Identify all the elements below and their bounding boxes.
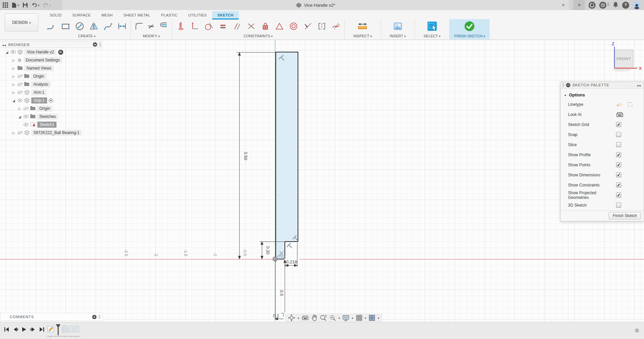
redo-button[interactable]: [43, 3, 51, 7]
measure-tool-icon[interactable]: [357, 21, 368, 31]
dimension-text-overall-height[interactable]: 3.50: [243, 152, 248, 160]
look-at-icon[interactable]: [616, 112, 623, 118]
chevron-down-icon[interactable]: [365, 315, 367, 320]
grid-display-icon[interactable]: [356, 314, 363, 321]
expand-closed-icon[interactable]: [11, 74, 16, 79]
line-tool-icon[interactable]: [46, 21, 56, 31]
orbit-icon[interactable]: [288, 314, 295, 322]
tree-item-label[interactable]: 5972K222_Ball Bearing:1: [31, 130, 82, 136]
extensions-icon[interactable]: [589, 2, 596, 9]
skip-to-end-icon[interactable]: [39, 327, 44, 332]
sketch-profile[interactable]: [276, 52, 298, 259]
undo-button[interactable]: [31, 3, 40, 7]
minimize-panel-icon[interactable]: [566, 83, 570, 87]
show-profile-checkbox[interactable]: [616, 152, 621, 157]
rectangle-tool-icon[interactable]: [61, 21, 71, 31]
play-icon[interactable]: [22, 327, 27, 332]
tab-sketch[interactable]: SKETCH: [212, 11, 239, 19]
tab-sheet-metal[interactable]: SHEET METAL: [118, 11, 156, 19]
spline-tool-icon[interactable]: [103, 21, 113, 31]
view-cube[interactable]: FRONT Z X: [610, 41, 644, 73]
tree-row-sketch1[interactable]: Sketch1: [0, 121, 103, 129]
midpoint-constraint-icon[interactable]: [303, 21, 313, 31]
tab-surface[interactable]: SURFACE: [67, 11, 96, 19]
panel-drag-handle[interactable]: [100, 43, 101, 47]
pan-hand-icon[interactable]: [311, 314, 317, 321]
expand-closed-icon[interactable]: [11, 66, 16, 71]
comments-bar[interactable]: COMMENTS: [0, 313, 103, 321]
timeline-feature-revolve[interactable]: [68, 326, 73, 338]
expand-closed-icon[interactable]: [11, 130, 16, 135]
dimension-text-step-height[interactable]: 0.30: [265, 246, 270, 254]
close-tab-icon[interactable]: [560, 2, 566, 8]
insert-image-icon[interactable]: [393, 21, 403, 31]
tree-item-label[interactable]: Origin: [37, 105, 52, 112]
display-settings-icon[interactable]: [342, 315, 349, 321]
tree-item-label[interactable]: Arm:1: [31, 89, 47, 95]
circle-tool-icon[interactable]: [75, 21, 85, 31]
timeline-sketch-feature[interactable]: [48, 326, 53, 338]
horizontal-vertical-constraint-icon[interactable]: [190, 21, 200, 31]
options-section-header[interactable]: Options: [561, 91, 644, 99]
tab-mesh[interactable]: MESH: [96, 11, 118, 19]
tab-plastic[interactable]: PLASTIC: [156, 11, 183, 19]
save-button[interactable]: [23, 2, 28, 8]
timeline-position-marker[interactable]: [56, 324, 61, 335]
step-forward-icon[interactable]: [30, 327, 36, 332]
offset-tool-icon[interactable]: [158, 21, 168, 31]
construction-linetype-icon[interactable]: [616, 101, 623, 108]
visibility-eye-off-icon[interactable]: [24, 107, 29, 110]
panel-drag-handle[interactable]: [99, 315, 100, 319]
new-tab-button[interactable]: [573, 0, 585, 10]
show-projected-geometries-checkbox[interactable]: [616, 193, 621, 198]
tree-row-ball-bearing[interactable]: 5972K222_Ball Bearing:1: [0, 129, 103, 137]
document-tab[interactable]: Vice Handle v2*: [62, 0, 569, 10]
symmetry-triangle-constraint-icon[interactable]: [274, 21, 285, 31]
viewports-icon[interactable]: [369, 314, 375, 321]
skip-to-start-icon[interactable]: [4, 327, 9, 332]
3d-sketch-checkbox[interactable]: [616, 203, 621, 208]
tree-item-label[interactable]: Named Views: [24, 65, 54, 71]
concentric-constraint-icon[interactable]: [289, 21, 299, 31]
snap-checkbox[interactable]: [616, 132, 621, 137]
chevron-down-icon[interactable]: [352, 315, 353, 320]
dimension-text-lower-segment[interactable]: 0.5: [279, 290, 284, 296]
tab-solid[interactable]: SOLID: [44, 11, 67, 19]
parallel-constraint-icon[interactable]: [232, 21, 242, 31]
visibility-eye-off-icon[interactable]: [17, 75, 23, 78]
workspace-selector[interactable]: DESIGN: [5, 13, 38, 32]
tree-row-analysis[interactable]: Analysis: [0, 80, 103, 88]
help-icon[interactable]: [622, 2, 629, 9]
create-dropdown[interactable]: CREATE: [78, 34, 95, 38]
lock-constraint-icon[interactable]: [260, 21, 270, 31]
tree-row-grip[interactable]: Grip:1: [0, 96, 103, 104]
trim-tool-icon[interactable]: [148, 22, 155, 31]
projected-linetype-icon[interactable]: [627, 101, 634, 108]
expand-open-icon[interactable]: [17, 114, 22, 119]
collinear-constraint-icon[interactable]: [317, 21, 327, 31]
zoom-fit-icon[interactable]: [329, 314, 336, 321]
dimension-text-notch-width[interactable]: 0.218: [286, 259, 297, 264]
app-launcher-icon[interactable]: [3, 2, 8, 8]
tree-row-sketches[interactable]: Sketches: [0, 113, 103, 121]
file-menu-button[interactable]: [12, 2, 19, 8]
tree-item-label[interactable]: Vice Handle v2: [25, 49, 56, 55]
tree-item-label[interactable]: Grip:1: [31, 97, 47, 103]
finish-sketch-check-icon[interactable]: [464, 20, 475, 32]
visibility-eye-icon[interactable]: [17, 99, 23, 102]
chevron-down-icon[interactable]: [298, 315, 299, 320]
modify-dropdown[interactable]: MODIFY: [143, 34, 160, 38]
user-avatar[interactable]: [633, 1, 641, 9]
visibility-eye-icon[interactable]: [24, 123, 29, 126]
show-constraints-checkbox[interactable]: [616, 182, 621, 187]
expand-closed-icon[interactable]: [11, 90, 16, 95]
curvature-constraint-icon[interactable]: [331, 21, 341, 31]
zoom-icon[interactable]: [320, 314, 327, 321]
tree-row-document-settings[interactable]: Document Settings: [0, 56, 103, 64]
visibility-eye-icon[interactable]: [11, 50, 16, 54]
expand-closed-icon[interactable]: [17, 106, 22, 111]
timeline-feature-revolve[interactable]: [62, 326, 67, 338]
perpendicular-constraint-icon[interactable]: [246, 21, 256, 31]
timeline-feature-revolve[interactable]: [74, 326, 79, 338]
inspect-dropdown[interactable]: INSPECT: [353, 34, 372, 38]
